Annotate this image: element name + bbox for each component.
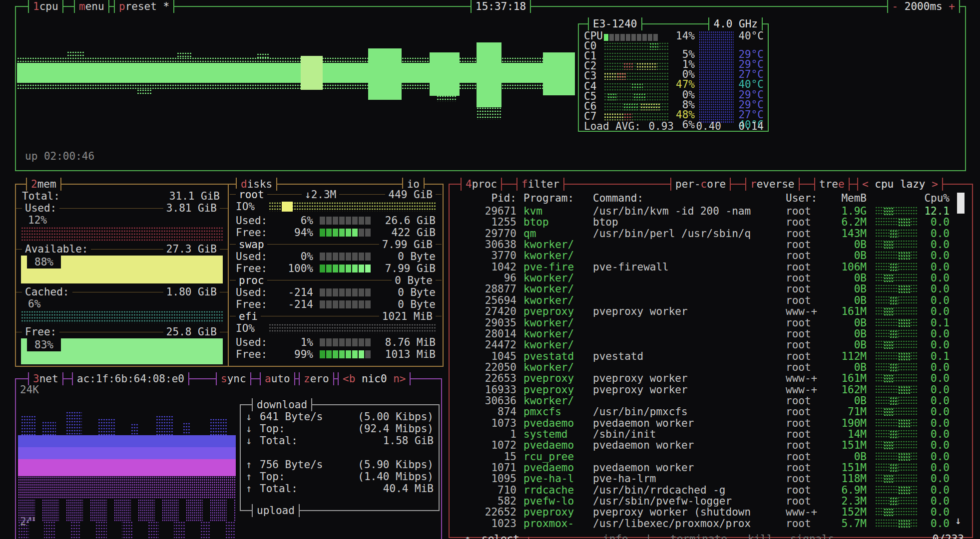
process-pid: 29770 — [454, 228, 516, 239]
process-command: btop — [593, 217, 779, 228]
process-row[interactable]: 1072 pvedaemo pvedaemon worker root 151M… — [450, 440, 972, 451]
interval-plus-button[interactable]: + — [949, 0, 955, 12]
process-row[interactable]: 22653 pveproxy pveproxy worker www-+ 161… — [450, 373, 972, 384]
tab-zero[interactable]: zero — [299, 372, 334, 385]
disk-io-bar — [269, 323, 436, 333]
process-row[interactable]: 874 pmxcfs /usr/bin/pmxcfs root 71M 0.0 — [450, 406, 972, 417]
mem-free-label: Free: — [22, 326, 59, 337]
tab-sync[interactable]: sync — [216, 372, 251, 385]
terminate-action[interactable]: terminate — [670, 533, 727, 539]
scroll-down-indicator[interactable]: ↓ — [955, 515, 962, 526]
process-row[interactable]: 3770 kworker/ root 0B 0.0 — [450, 250, 972, 261]
meter-block — [365, 217, 371, 225]
select-action[interactable]: select — [482, 533, 519, 539]
process-row[interactable]: 30638 kworker/ root 0B 0.0 — [450, 239, 972, 250]
disk-usage-value: 26.6 GiB — [385, 215, 436, 227]
process-program: rcu_pree — [523, 451, 591, 462]
kill-action[interactable]: kill — [748, 533, 773, 539]
disk-usage-value: 7.99 GiB — [385, 263, 436, 274]
process-cpu-pct: 0.0 — [899, 473, 950, 484]
tab-cpu[interactable]: 1cpu — [28, 0, 63, 13]
disk-usage-pct: -214 — [266, 286, 313, 298]
process-row[interactable]: 28877 kworker/ root 0B 0.0 — [450, 283, 972, 294]
process-row[interactable]: 30636 kworker/ root 0B 0.0 — [450, 395, 972, 406]
process-row[interactable]: 710 rrdcache /usr/bin/rrdcached -g root … — [450, 485, 972, 496]
tab-menu[interactable]: menu — [74, 0, 109, 13]
cpu-graph-spike — [543, 52, 575, 95]
process-row[interactable]: 22050 kworker/ root 0B 0.0 — [450, 362, 972, 373]
process-cpu-pct: 0.0 — [899, 373, 950, 384]
process-row[interactable]: 1042 pve-fire pve-firewall root 106M 0.0 — [450, 262, 972, 272]
process-program: rrdcache — [523, 485, 591, 496]
cpu-meter-block — [620, 34, 625, 41]
process-command: /usr/bin/perl /usr/sbin/q — [593, 228, 779, 239]
interval-minus-button[interactable]: - — [892, 0, 899, 12]
disk-usage-meter — [320, 288, 372, 296]
process-row[interactable]: 16933 pveproxy pveproxy worker www-+ 162… — [450, 384, 972, 395]
process-row[interactable]: 1073 pvedaemo pvedaemon worker root 190M… — [450, 418, 972, 429]
nic-next-button[interactable]: n> — [393, 373, 406, 385]
upload-title: upload — [252, 504, 300, 517]
process-row[interactable]: 27420 pveproxy pveproxy worker www-+ 161… — [450, 306, 972, 317]
process-row[interactable]: 28014 kworker/ root 0B 0.0 — [450, 328, 972, 339]
up-arrow-icon: ↑ — [246, 459, 252, 470]
meter-block — [333, 217, 338, 225]
process-row[interactable]: 1045 pvestatd pvestatd root 112M 0.1 — [450, 351, 972, 362]
disk-io-bright-segment — [282, 202, 293, 212]
load-average-15m: 0.14 — [731, 121, 764, 132]
info-action[interactable]: info — [603, 533, 628, 539]
tab-preset[interactable]: preset * — [114, 0, 174, 13]
mem-used-value: 3.81 GiB — [163, 203, 220, 214]
disk-usage-meter — [320, 300, 372, 308]
process-program: kworker/ — [523, 283, 591, 294]
process-row[interactable]: 1023 proxmox- /usr/libexec/proxmox/prox … — [450, 518, 972, 529]
nic-selector[interactable]: <b nic0 n> — [338, 372, 411, 385]
process-row[interactable]: 1071 pvedaemo pvedaemon worker root 151M… — [450, 462, 972, 473]
cpu-graph-bump — [137, 89, 152, 95]
process-command: /sbin/init — [593, 429, 779, 440]
btop-screen: 1cpu menu preset * 15:37:18 - 2000ms + u… — [0, 0, 980, 539]
meter-block — [346, 265, 351, 272]
process-mem: 0B — [814, 272, 867, 283]
process-row[interactable]: 29671 kvm /usr/bin/kvm -id 200 -nam root… — [450, 206, 972, 217]
process-row[interactable]: 15 rcu_pree root 0B 0.0 — [450, 451, 972, 462]
download-title-label: download — [257, 399, 307, 411]
process-row[interactable]: 22652 pveproxy pveproxy worker (shutdown… — [450, 507, 972, 518]
process-row[interactable]: 1095 pve-ha-l pve-ha-lrm root 118M 0.0 — [450, 473, 972, 484]
process-command: /usr/sbin/pvefw-logger — [593, 496, 779, 507]
tab-mem[interactable]: 2mem — [26, 178, 61, 191]
process-row[interactable]: 1255 btop btop root 6.2M 0.0 — [450, 217, 972, 228]
process-cpu-pct: 0.0 — [899, 228, 950, 239]
process-row[interactable]: 24472 kworker/ root 0B 0.0 — [450, 339, 972, 350]
process-mem: 5.7M — [814, 518, 867, 529]
process-row[interactable]: 1 systemd /sbin/init root 14M 0.0 — [450, 429, 972, 440]
core-history-graph — [604, 82, 669, 91]
nic-prev-button[interactable]: <b — [343, 373, 355, 385]
meter-block — [326, 229, 332, 237]
process-row[interactable]: 29035 kworker/ root 0B 0.1 — [450, 317, 972, 328]
process-row[interactable]: 29770 qm /usr/bin/perl /usr/sbin/q root … — [450, 228, 972, 239]
process-command: pvedaemon worker — [593, 440, 779, 451]
process-row[interactable]: 582 pvefw-lo /usr/sbin/pvefw-logger root… — [450, 496, 972, 507]
mem-free-pct: 83% — [27, 338, 61, 351]
download-top-row: ↓Top:(92.4 Mibps) — [246, 423, 434, 434]
process-command: /usr/bin/kvm -id 200 -nam — [593, 206, 779, 217]
net-graph-band — [18, 521, 236, 539]
tab-auto[interactable]: auto — [260, 372, 295, 385]
signals-action[interactable]: signals — [790, 533, 835, 539]
process-row[interactable]: 25694 kworker/ root 0B 0.0 — [450, 295, 972, 306]
upload-total-label: Total: — [260, 483, 298, 494]
process-row[interactable]: 96 kworker/ root 0B 0.0 — [450, 272, 972, 283]
select-down-icon[interactable]: ↓ — [525, 533, 532, 539]
download-top-label: Top: — [260, 423, 285, 434]
select-up-icon[interactable]: ↑ — [465, 533, 471, 539]
upload-top-row: ↑Top:(1.40 Mibps) — [246, 471, 434, 482]
mem-available-label: Available: — [22, 244, 91, 255]
process-cpu-pct: 0.0 — [899, 429, 950, 440]
meter-block — [352, 300, 358, 308]
meter-block — [359, 217, 364, 225]
process-cpu-pct: 0.0 — [899, 283, 950, 294]
disk-usage-value: 0 Byte — [398, 298, 436, 310]
process-mem: 0B — [814, 451, 867, 462]
meter-block — [320, 350, 325, 358]
